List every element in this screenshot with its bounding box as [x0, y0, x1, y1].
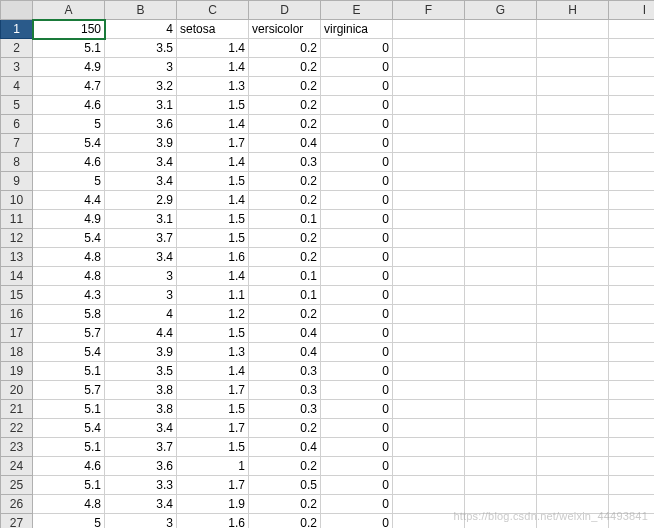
cell-C18[interactable]: 1.3	[177, 343, 249, 362]
row-header-27[interactable]: 27	[1, 514, 33, 529]
cell-E20[interactable]: 0	[321, 381, 393, 400]
column-header-A[interactable]: A	[33, 1, 105, 20]
cell-D13[interactable]: 0.2	[249, 248, 321, 267]
cell-F26[interactable]	[393, 495, 465, 514]
cell-C20[interactable]: 1.7	[177, 381, 249, 400]
cell-F5[interactable]	[393, 96, 465, 115]
cell-G6[interactable]	[465, 115, 537, 134]
cell-I23[interactable]	[609, 438, 655, 457]
cell-F16[interactable]	[393, 305, 465, 324]
cell-D22[interactable]: 0.2	[249, 419, 321, 438]
cell-D19[interactable]: 0.3	[249, 362, 321, 381]
cell-I5[interactable]	[609, 96, 655, 115]
cell-C9[interactable]: 1.5	[177, 172, 249, 191]
cell-D3[interactable]: 0.2	[249, 58, 321, 77]
cell-C15[interactable]: 1.1	[177, 286, 249, 305]
cell-C16[interactable]: 1.2	[177, 305, 249, 324]
cell-I7[interactable]	[609, 134, 655, 153]
cell-E12[interactable]: 0	[321, 229, 393, 248]
cell-E4[interactable]: 0	[321, 77, 393, 96]
cell-A2[interactable]: 5.1	[33, 39, 105, 58]
cell-B2[interactable]: 3.5	[105, 39, 177, 58]
cell-E10[interactable]: 0	[321, 191, 393, 210]
cell-F6[interactable]	[393, 115, 465, 134]
cell-H17[interactable]	[537, 324, 609, 343]
cell-E15[interactable]: 0	[321, 286, 393, 305]
cell-G27[interactable]	[465, 514, 537, 529]
cell-A16[interactable]: 5.8	[33, 305, 105, 324]
cell-F7[interactable]	[393, 134, 465, 153]
cell-E5[interactable]: 0	[321, 96, 393, 115]
cell-G19[interactable]	[465, 362, 537, 381]
cell-B19[interactable]: 3.5	[105, 362, 177, 381]
cell-A11[interactable]: 4.9	[33, 210, 105, 229]
cell-F15[interactable]	[393, 286, 465, 305]
cell-G2[interactable]	[465, 39, 537, 58]
cell-G26[interactable]	[465, 495, 537, 514]
column-header-G[interactable]: G	[465, 1, 537, 20]
cell-G11[interactable]	[465, 210, 537, 229]
cell-A25[interactable]: 5.1	[33, 476, 105, 495]
cell-B22[interactable]: 3.4	[105, 419, 177, 438]
cell-E6[interactable]: 0	[321, 115, 393, 134]
row-header-14[interactable]: 14	[1, 267, 33, 286]
cell-H14[interactable]	[537, 267, 609, 286]
cell-G3[interactable]	[465, 58, 537, 77]
cell-G23[interactable]	[465, 438, 537, 457]
cell-C19[interactable]: 1.4	[177, 362, 249, 381]
cell-F8[interactable]	[393, 153, 465, 172]
column-header-I[interactable]: I	[609, 1, 655, 20]
cell-F27[interactable]	[393, 514, 465, 529]
cell-I19[interactable]	[609, 362, 655, 381]
cell-B18[interactable]: 3.9	[105, 343, 177, 362]
cell-C25[interactable]: 1.7	[177, 476, 249, 495]
cell-A9[interactable]: 5	[33, 172, 105, 191]
cell-C10[interactable]: 1.4	[177, 191, 249, 210]
cell-B13[interactable]: 3.4	[105, 248, 177, 267]
row-header-16[interactable]: 16	[1, 305, 33, 324]
cell-G14[interactable]	[465, 267, 537, 286]
row-header-13[interactable]: 13	[1, 248, 33, 267]
cell-D2[interactable]: 0.2	[249, 39, 321, 58]
cell-B15[interactable]: 3	[105, 286, 177, 305]
cell-G24[interactable]	[465, 457, 537, 476]
cell-F2[interactable]	[393, 39, 465, 58]
cell-A27[interactable]: 5	[33, 514, 105, 529]
cell-E25[interactable]: 0	[321, 476, 393, 495]
cell-F23[interactable]	[393, 438, 465, 457]
cell-D5[interactable]: 0.2	[249, 96, 321, 115]
row-header-8[interactable]: 8	[1, 153, 33, 172]
cell-H8[interactable]	[537, 153, 609, 172]
cell-A21[interactable]: 5.1	[33, 400, 105, 419]
row-header-24[interactable]: 24	[1, 457, 33, 476]
cell-E24[interactable]: 0	[321, 457, 393, 476]
cell-D7[interactable]: 0.4	[249, 134, 321, 153]
cell-F22[interactable]	[393, 419, 465, 438]
cell-F24[interactable]	[393, 457, 465, 476]
column-header-D[interactable]: D	[249, 1, 321, 20]
cell-B3[interactable]: 3	[105, 58, 177, 77]
cell-C4[interactable]: 1.3	[177, 77, 249, 96]
row-header-12[interactable]: 12	[1, 229, 33, 248]
cell-B27[interactable]: 3	[105, 514, 177, 529]
cell-I2[interactable]	[609, 39, 655, 58]
cell-C24[interactable]: 1	[177, 457, 249, 476]
cell-A20[interactable]: 5.7	[33, 381, 105, 400]
cell-H24[interactable]	[537, 457, 609, 476]
cell-D17[interactable]: 0.4	[249, 324, 321, 343]
cell-I24[interactable]	[609, 457, 655, 476]
cell-E23[interactable]: 0	[321, 438, 393, 457]
cell-I27[interactable]	[609, 514, 655, 529]
cell-C13[interactable]: 1.6	[177, 248, 249, 267]
cell-H1[interactable]	[537, 20, 609, 39]
cell-H16[interactable]	[537, 305, 609, 324]
cell-D15[interactable]: 0.1	[249, 286, 321, 305]
row-header-10[interactable]: 10	[1, 191, 33, 210]
cell-A12[interactable]: 5.4	[33, 229, 105, 248]
cell-C1[interactable]: setosa	[177, 20, 249, 39]
cell-D26[interactable]: 0.2	[249, 495, 321, 514]
cell-F10[interactable]	[393, 191, 465, 210]
column-header-C[interactable]: C	[177, 1, 249, 20]
cell-E22[interactable]: 0	[321, 419, 393, 438]
cell-E13[interactable]: 0	[321, 248, 393, 267]
